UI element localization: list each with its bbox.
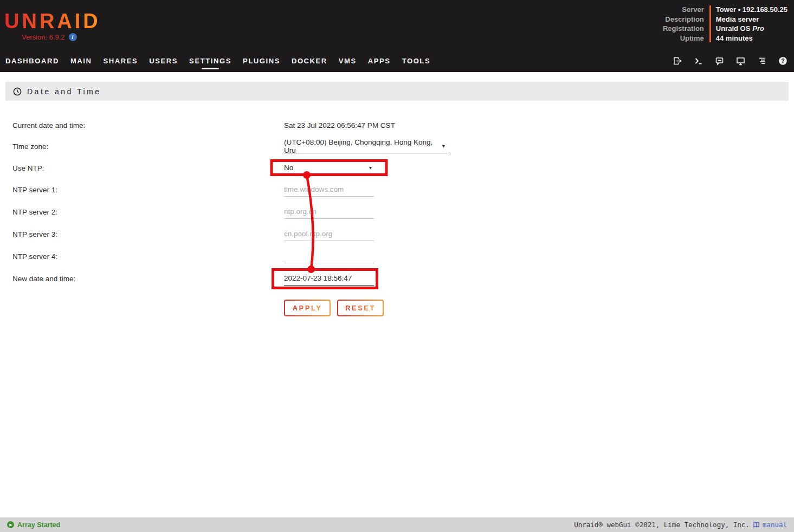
field-label: New date and time: (12, 271, 75, 286)
registration-label: Registration (663, 24, 704, 34)
reset-button[interactable]: RESET (337, 300, 384, 316)
play-icon: ▶ (7, 521, 14, 528)
main-nav: DASHBOARD MAIN SHARES USERS SETTINGS PLU… (5, 50, 787, 72)
registration-tier: Pro (752, 24, 764, 33)
field-label: Time zone: (12, 139, 48, 153)
array-status: ▶ Array Started (7, 521, 60, 529)
field-label: Current date and time: (12, 118, 85, 132)
field-label: NTP server 3: (12, 227, 57, 241)
tab-apps[interactable]: APPS (368, 57, 391, 65)
use-ntp-select-value: No (284, 164, 293, 172)
ntp-server-2-input: ntp.org.cn (284, 205, 374, 219)
row-ntp-server-3: NTP server 3: cn.pool.ntp.org (0, 227, 794, 241)
tab-main[interactable]: MAIN (70, 57, 92, 65)
row-timezone: Time zone: (UTC+08:00) Beijing, Chongqin… (0, 139, 794, 153)
description-value: Media server (716, 15, 787, 24)
uptime-value: 44 minutes (716, 34, 787, 43)
uptime-label: Uptime (663, 34, 704, 43)
version-label: Version: 6.9.2 (22, 33, 65, 41)
info-icon[interactable]: i (69, 33, 77, 41)
monitor-icon[interactable] (735, 56, 745, 66)
footer-right: Unraid® webGui ©2021, Lime Technology, I… (574, 521, 787, 529)
help-icon[interactable]: ? (778, 56, 787, 66)
current-datetime-value: Sat 23 Jul 2022 06:56:47 PM CST (284, 118, 395, 132)
field-label: Use NTP: (12, 161, 44, 175)
tab-tools[interactable]: TOOLS (402, 57, 431, 65)
ntp-server-4-input (284, 249, 374, 263)
server-value: Tower • 192.168.50.25 (716, 5, 787, 15)
tab-docker[interactable]: DOCKER (292, 57, 327, 65)
new-datetime-input[interactable]: 2022-07-23 18:56:47 (284, 271, 374, 286)
registration-value: Unraid OSPro (716, 24, 787, 34)
section-header: Date and Time (5, 82, 789, 101)
row-current-datetime: Current date and time: Sat 23 Jul 2022 0… (0, 118, 794, 132)
description-label: Description (663, 15, 704, 24)
server-label: Server (663, 5, 704, 15)
page-title: Date and Time (27, 87, 101, 96)
version-row: Version: 6.9.2 i (22, 33, 77, 41)
row-ntp-server-1: NTP server 1: time.windows.com (0, 183, 794, 197)
row-new-datetime: New date and time: 2022-07-23 18:56:47 (0, 271, 794, 286)
nav-icon-group: ? (672, 56, 787, 66)
use-ntp-select[interactable]: No ▾ (284, 161, 374, 175)
row-use-ntp: Use NTP: No ▾ (0, 161, 794, 175)
ntp-server-3-input: cn.pool.ntp.org (284, 227, 374, 241)
book-icon (753, 521, 760, 528)
unraid-webgui: UNRAID Version: 6.9.2 i Server Descripti… (0, 0, 794, 532)
top-header: UNRAID Version: 6.9.2 i Server Descripti… (0, 0, 794, 72)
field-label: NTP server 2: (12, 205, 57, 219)
annotation-overlay (0, 0, 794, 532)
field-label: NTP server 4: (12, 249, 57, 263)
row-ntp-server-4: NTP server 4: (0, 249, 794, 263)
clock-icon (13, 87, 22, 96)
svg-text:?: ? (781, 57, 784, 64)
apply-button[interactable]: APPLY (284, 300, 331, 316)
manual-link[interactable]: manual (753, 521, 787, 529)
ntp-server-1-input: time.windows.com (284, 183, 374, 197)
caret-down-icon: ▾ (369, 165, 372, 171)
tab-settings[interactable]: SETTINGS (189, 57, 231, 65)
row-ntp-server-2: NTP server 2: ntp.org.cn (0, 205, 794, 219)
unraid-logo[interactable]: UNRAID (4, 10, 101, 33)
tab-plugins[interactable]: PLUGINS (243, 57, 280, 65)
feedback-icon[interactable] (714, 56, 724, 66)
field-label: NTP server 1: (12, 183, 57, 197)
timezone-select[interactable]: (UTC+08:00) Beijing, Chongqing, Hong Kon… (284, 139, 447, 153)
logout-icon[interactable] (672, 56, 682, 66)
server-info-divider (709, 5, 711, 42)
server-info-panel: Server Description Registration Uptime T… (663, 5, 787, 43)
tab-shares[interactable]: SHARES (104, 57, 138, 65)
caret-down-icon: ▾ (442, 143, 445, 149)
log-icon[interactable] (757, 56, 766, 66)
array-status-label: Array Started (17, 521, 60, 529)
copyright-text: Unraid® webGui ©2021, Lime Technology, I… (574, 521, 750, 529)
server-info-labels: Server Description Registration Uptime (663, 5, 704, 43)
footer-bar: ▶ Array Started Unraid® webGui ©2021, Li… (0, 517, 794, 532)
tab-vms[interactable]: VMS (339, 57, 357, 65)
server-info-values: Tower • 192.168.50.25 Media server Unrai… (716, 5, 787, 43)
tab-dashboard[interactable]: DASHBOARD (5, 57, 59, 65)
terminal-icon[interactable] (693, 56, 703, 66)
timezone-select-value: (UTC+08:00) Beijing, Chongqing, Hong Kon… (284, 138, 442, 154)
tab-users[interactable]: USERS (149, 57, 178, 65)
